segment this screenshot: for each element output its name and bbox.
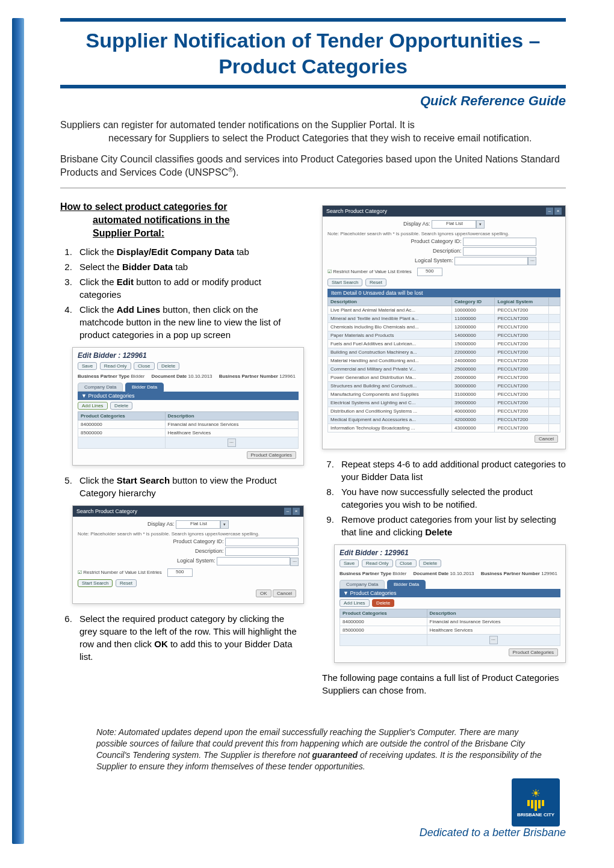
lookup-icon[interactable]: ⋯ (290, 558, 299, 566)
display-as-select[interactable]: Flat List (432, 220, 476, 229)
matchcode-icon[interactable]: ⋯ (228, 439, 236, 447)
table-row[interactable]: Distribution and Conditioning Systems ..… (328, 407, 560, 416)
delete-line-button[interactable]: Delete (372, 599, 394, 607)
add-lines-button[interactable]: Add Lines (78, 402, 108, 410)
left-decorative-stripe (12, 18, 24, 844)
intro-paragraph-2: Brisbane City Council classifies goods a… (60, 153, 566, 179)
tab-company-data[interactable]: Company Data (78, 383, 123, 392)
ok-button[interactable]: OK (256, 589, 271, 597)
read-only-button[interactable]: Read Only (362, 559, 393, 567)
delete-line-button[interactable]: Delete (110, 402, 132, 410)
close-button[interactable]: Close (395, 559, 416, 567)
read-only-button[interactable]: Read Only (100, 362, 131, 370)
tagline: Dedicated to a better Brisbane (60, 826, 566, 839)
restrict-count-input[interactable]: 500 (167, 568, 193, 577)
chevron-down-icon[interactable]: ▾ (220, 520, 229, 529)
table-row[interactable]: 85000000Healthcare Services (78, 428, 299, 437)
tab-bidder-data[interactable]: Bidder Data (387, 580, 426, 589)
minimize-icon[interactable]: – (546, 208, 553, 215)
table-row[interactable]: Structures and Building and Constructi..… (328, 382, 560, 390)
start-search-button[interactable]: Start Search (78, 579, 113, 587)
product-categories-table: Product CategoriesDescription 84000000Fi… (340, 609, 560, 646)
logical-system-input[interactable] (217, 557, 290, 565)
divider (60, 188, 566, 188)
item-detail-bar: Item Detail 0 Unsaved data will be lost (327, 289, 560, 297)
logical-system-input[interactable] (454, 257, 528, 265)
description-input[interactable] (463, 247, 536, 256)
product-categories-section: ▼ Product Categories (78, 392, 299, 400)
disclaimer-note: Note: Automated updates depend upon the … (96, 727, 542, 772)
minimize-icon[interactable]: – (284, 508, 291, 515)
table-row[interactable]: Material Handling and Conditioning and..… (328, 357, 560, 365)
save-button[interactable]: Save (78, 362, 97, 370)
lookup-icon[interactable]: ⋯ (528, 257, 536, 265)
product-categories-section: ▼ Product Categories (340, 589, 560, 597)
table-row[interactable]: 84000000Financial and Insurance Services (78, 420, 299, 428)
restrict-checkbox[interactable]: ☑ (78, 570, 82, 575)
reset-button[interactable]: Reset (116, 579, 137, 587)
table-row[interactable]: 85000000Healthcare Services (340, 626, 560, 635)
save-button[interactable]: Save (340, 559, 359, 567)
screenshot-edit-bidder-1: Edit Bidder : 129961 Save Read Only Clos… (72, 347, 304, 466)
search-dialog-title-2: Search Product Category (326, 208, 387, 214)
table-row[interactable]: Mineral and Textile and Inedible Plant a… (328, 315, 560, 323)
search-dialog-title: Search Product Category (76, 508, 137, 514)
table-row[interactable]: Building and Construction Machinery a...… (328, 348, 560, 357)
add-lines-button[interactable]: Add Lines (340, 599, 370, 607)
brisbane-city-logo: ☀ BRISBANE CITY (512, 778, 560, 826)
search-note: Note: Placeholder search with * is possi… (327, 231, 560, 236)
delete-button[interactable]: Delete (157, 362, 179, 370)
screenshot-edit-bidder-2: Edit Bidder : 129961 Save Read Only Clos… (334, 544, 566, 663)
step-1: Click the Display/Edit Company Data tab (75, 245, 304, 258)
reset-button[interactable]: Reset (365, 279, 386, 286)
search-note: Note: Placeholder search with * is possi… (78, 531, 299, 537)
delete-button[interactable]: Delete (419, 559, 441, 567)
table-row[interactable]: Manufacturing Components and Supplies310… (328, 390, 560, 399)
howto-heading: How to select product categories for aut… (60, 200, 304, 241)
screenshot-search-results: Search Product Category –× Display As: F… (322, 205, 566, 450)
table-row[interactable]: Electrical Systems and Lighting and C...… (328, 399, 560, 407)
table-row[interactable]: Commercial and Military and Private V...… (328, 365, 560, 374)
steps-list-left: Click the Display/Edit Company Data tabS… (60, 245, 304, 341)
header-rule-mid (60, 85, 566, 88)
step-9: Remove product categories from your list… (336, 513, 566, 538)
restrict-count-input[interactable]: 500 (417, 268, 442, 276)
intro-paragraph-1: Suppliers can register for automated ten… (60, 119, 566, 144)
edit-bidder-title: Edit Bidder : 129961 (78, 351, 299, 360)
cancel-button[interactable]: Cancel (273, 589, 296, 597)
following-page-note: The following page contains a full list … (322, 671, 566, 697)
display-as-select[interactable]: Flat List (176, 520, 220, 529)
table-row[interactable]: Power Generation and Distribution Ma...2… (328, 374, 560, 382)
product-categories-button[interactable]: Product Categories (509, 648, 558, 656)
close-button[interactable]: Close (134, 362, 154, 370)
product-categories-button[interactable]: Product Categories (247, 451, 296, 459)
description-input[interactable] (225, 547, 299, 556)
steps-list-right: Repeat steps 4-6 to add additional produ… (322, 458, 566, 538)
tab-company-data[interactable]: Company Data (340, 580, 385, 589)
header-rule-top (60, 18, 566, 22)
product-category-id-input[interactable] (463, 238, 536, 246)
matchcode-icon[interactable]: ⋯ (489, 636, 498, 644)
table-row[interactable]: Chemicals including Bio Chemicals and...… (328, 323, 560, 331)
close-icon[interactable]: × (554, 208, 562, 215)
chevron-down-icon[interactable]: ▾ (476, 220, 485, 229)
sun-icon: ☀ (531, 788, 541, 799)
page-title: Supplier Notification of Tender Opportun… (60, 28, 566, 79)
table-row[interactable]: Fuels and Fuel Additives and Lubrican...… (328, 340, 560, 348)
close-icon[interactable]: × (293, 508, 300, 515)
table-row[interactable]: 84000000Financial and Insurance Services (340, 618, 560, 626)
table-row[interactable]: Information Technology Broadcasting ...4… (328, 424, 560, 432)
cancel-button[interactable]: Cancel (535, 435, 558, 443)
subtitle: Quick Reference Guide (60, 93, 566, 109)
table-row[interactable]: Paper Materials and Products14000000PECC… (328, 331, 560, 340)
step-4: Click the Add Lines button, then click o… (75, 303, 304, 341)
product-category-id-input[interactable] (225, 538, 299, 546)
restrict-checkbox[interactable]: ☑ (327, 269, 332, 275)
tab-bidder-data[interactable]: Bidder Data (125, 383, 164, 392)
product-categories-table: Product CategoriesDescription 84000000Fi… (78, 411, 299, 449)
table-row[interactable]: Medical Equipment and Accessories a...42… (328, 416, 560, 424)
start-search-button[interactable]: Start Search (327, 279, 362, 286)
step-7: Repeat steps 4-6 to add additional produ… (336, 458, 566, 483)
step-2: Select the Bidder Data tab (75, 260, 304, 273)
table-row[interactable]: Live Plant and Animal Material and Ac...… (328, 306, 560, 315)
